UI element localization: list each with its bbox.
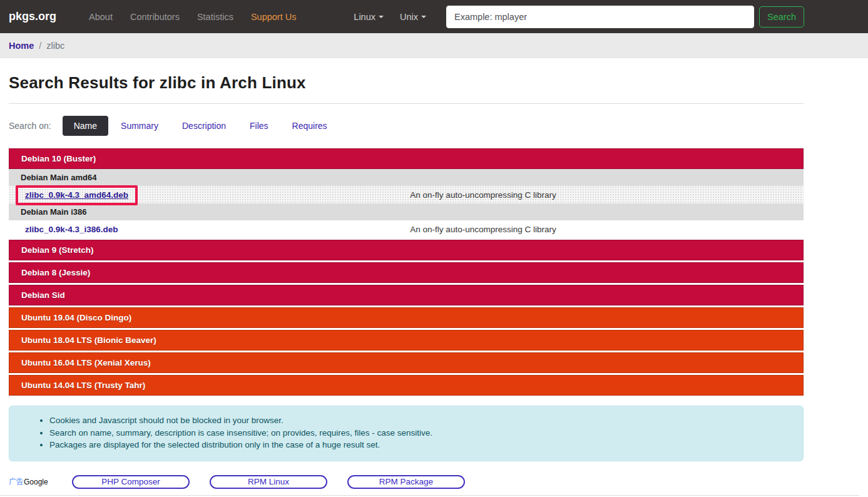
highlight-annotation: zlibc_0.9k-4.3_amd64.deb: [16, 185, 138, 205]
package-name-cell: zlibc_0.9k-4.3_amd64.deb: [9, 190, 410, 200]
linux-dropdown-label: Linux: [354, 12, 375, 22]
info-note: Cookies and Javascript should not be blo…: [49, 414, 790, 427]
distro-section: Ubuntu 14.04 LTS (Trusty Tahr): [9, 375, 804, 396]
unix-dropdown[interactable]: Unix: [400, 12, 426, 22]
tab-name[interactable]: Name: [63, 116, 108, 136]
results-table: Debian 10 (Buster)Debian Main amd64zlibc…: [9, 148, 804, 396]
distro-header[interactable]: Debian Sid: [9, 285, 804, 305]
main-content: Search Results for zlibc in Arch Linux S…: [9, 73, 804, 489]
google-ads-label: 广告 Google: [9, 476, 72, 487]
distro-section: Debian Sid: [9, 285, 804, 305]
nav-item-about[interactable]: About: [89, 12, 113, 22]
ad-link-rpm-package[interactable]: RPM Package: [347, 475, 465, 489]
tab-summary[interactable]: Summary: [110, 116, 170, 136]
breadcrumb-bar: Home / zlibc: [0, 33, 868, 58]
chevron-down-icon: [421, 16, 426, 18]
distro-section: Debian 10 (Buster)Debian Main amd64zlibc…: [9, 148, 804, 238]
info-list: Cookies and Javascript should not be blo…: [49, 414, 790, 451]
distro-header[interactable]: Debian 8 (Jessie): [9, 262, 804, 283]
distro-section: Ubuntu 19.04 (Disco Dingo): [9, 307, 804, 328]
package-row: zlibc_0.9k-4.3_amd64.debAn on-fly auto-u…: [9, 186, 804, 203]
package-description: An on-fly auto-uncompressing C library: [410, 225, 556, 234]
distro-section: Ubuntu 18.04 LTS (Bionic Beaver): [9, 330, 804, 351]
repo-header: Debian Main i386: [9, 203, 804, 220]
breadcrumb-current: zlibc: [46, 41, 64, 51]
search-input[interactable]: [446, 6, 754, 28]
distro-section: Debian 9 (Stretch): [9, 240, 804, 260]
info-note: Search on name, summary, description is …: [49, 427, 790, 439]
distro-header[interactable]: Debian 9 (Stretch): [9, 240, 804, 260]
repo-header: Debian Main amd64: [9, 169, 804, 186]
distro-header[interactable]: Ubuntu 18.04 LTS (Bionic Beaver): [9, 330, 804, 351]
info-note: Packages are displayed for the selected …: [49, 439, 790, 451]
linux-dropdown[interactable]: Linux: [354, 12, 384, 22]
search-on-tabs: NameSummaryDescriptionFilesRequires: [63, 116, 339, 136]
nav-item-support-us[interactable]: Support Us: [251, 12, 297, 22]
title-divider: [9, 103, 804, 104]
ad-link-php-composer[interactable]: PHP Composer: [72, 475, 190, 489]
navbar: pkgs.org About Contributors Statistics S…: [0, 0, 868, 33]
nav-item-statistics[interactable]: Statistics: [197, 12, 233, 22]
distro-header[interactable]: Ubuntu 16.04 LTS (Xenial Xerus): [9, 352, 804, 373]
navbar-right: Linux Unix Search: [354, 6, 804, 28]
info-box: Cookies and Javascript should not be blo…: [9, 406, 804, 461]
distro-header[interactable]: Debian 10 (Buster): [9, 148, 804, 169]
distro-dropdowns: Linux Unix: [354, 12, 426, 22]
search-button[interactable]: Search: [759, 6, 804, 28]
nav-links: About Contributors Statistics Support Us: [89, 12, 296, 22]
unix-dropdown-label: Unix: [400, 12, 418, 22]
package-row: zlibc_0.9k-4.3_i386.debAn on-fly auto-un…: [9, 220, 804, 238]
breadcrumb-separator: /: [39, 41, 41, 51]
google-wordmark: Google: [24, 478, 48, 486]
brand-logo[interactable]: pkgs.org: [9, 10, 56, 23]
breadcrumb: Home / zlibc: [9, 41, 64, 51]
package-description: An on-fly auto-uncompressing C library: [410, 190, 556, 200]
tab-requires[interactable]: Requires: [281, 116, 339, 136]
ad-link-rpm-linux[interactable]: RPM Linux: [210, 475, 327, 489]
distro-section: Debian 8 (Jessie): [9, 262, 804, 283]
package-name-cell: zlibc_0.9k-4.3_i386.deb: [9, 225, 410, 234]
tab-description[interactable]: Description: [171, 116, 237, 136]
distro-section: Ubuntu 16.04 LTS (Xenial Xerus): [9, 352, 804, 373]
distro-header[interactable]: Ubuntu 19.04 (Disco Dingo): [9, 307, 804, 328]
package-link[interactable]: zlibc_0.9k-4.3_i386.deb: [25, 225, 118, 234]
package-link[interactable]: zlibc_0.9k-4.3_amd64.deb: [25, 190, 128, 200]
ads-row: 广告 Google PHP Composer RPM Linux RPM Pac…: [9, 475, 804, 489]
tab-files[interactable]: Files: [238, 116, 280, 136]
distro-header[interactable]: Ubuntu 14.04 LTS (Trusty Tahr): [9, 375, 804, 396]
search-form: Search: [446, 6, 804, 28]
search-on-bar: Search on: NameSummaryDescriptionFilesRe…: [9, 116, 804, 136]
search-on-label: Search on:: [9, 121, 51, 131]
page-title: Search Results for zlibc in Arch Linux: [9, 73, 804, 93]
ads-cn-label: 广告: [9, 476, 24, 487]
chevron-down-icon: [379, 16, 384, 18]
breadcrumb-home-link[interactable]: Home: [9, 41, 34, 51]
nav-item-contributors[interactable]: Contributors: [130, 12, 180, 22]
